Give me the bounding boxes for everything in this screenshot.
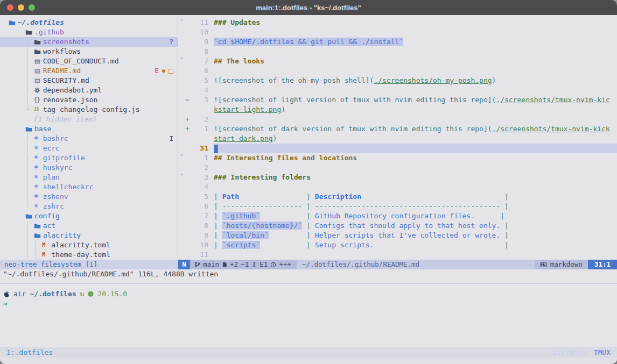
editor-line[interactable]: 5![screenshot of the oh-my-posh shell](.…: [178, 76, 617, 85]
editor-table-row-line[interactable]: 7| `.github` | GitHub Repository configu…: [178, 211, 617, 221]
markdown-file-icon: [34, 77, 43, 84]
tree-item-ecrc[interactable]: │ *ecrc: [0, 144, 178, 153]
tree-item-security[interactable]: │ SECURITY.md: [0, 76, 178, 85]
shell-pane[interactable]: air ~/.dotfiles ↻ 20.15.0 →: [0, 283, 617, 347]
dotfile-star-icon: *: [34, 134, 43, 144]
editor-line[interactable]: +1![screenshot of dark version of tmux w…: [178, 124, 617, 134]
tree-item-huskyrc[interactable]: │ *huskyrc: [0, 163, 178, 173]
folder-icon: [34, 39, 43, 46]
title-bar: main:1:.dotfiles - "ks~/.dotfiles": [0, 0, 617, 15]
cursor-position: 31:1: [588, 260, 617, 269]
fold-marker-icon[interactable]: ˇ: [178, 56, 185, 66]
tree-item-dotfiles-root[interactable]: ~/.dotfiles: [0, 18, 178, 27]
editor-line[interactable]: +2: [178, 115, 617, 124]
git-sync-icon: ↻: [80, 289, 85, 299]
toml-file-icon: M: [42, 250, 51, 260]
markdown-link[interactable]: ./screenshots/tmux-nvim-kick: [492, 125, 610, 133]
tmux-status-bar: 1:.dotfiles air/main TMUX: [0, 347, 617, 358]
tree-item-zshenv[interactable]: │ *zshenv: [0, 192, 178, 202]
folder-icon: [25, 29, 34, 36]
editor-wrapped-line[interactable]: kstart-light.png): [178, 105, 617, 115]
unsaved-dot-badge: ●: [162, 66, 165, 76]
tree-item-config-folder[interactable]: config: [0, 211, 178, 221]
tree-item-plan[interactable]: │ *plan: [0, 173, 178, 182]
editor-line[interactable]: ˇ7## The looks: [178, 56, 617, 66]
editor-line[interactable]: 11: [178, 250, 617, 260]
editor-line[interactable]: ˇ11### Updates: [178, 18, 617, 27]
tree-item-renovate[interactable]: │ {}renovate.json: [0, 95, 178, 105]
editor-line[interactable]: 4: [178, 182, 617, 192]
markdown-file-icon: [34, 68, 43, 75]
tree-item-github-folder[interactable]: .github: [0, 27, 178, 37]
fold-marker-icon[interactable]: ˇ: [178, 153, 185, 163]
tree-item-gitprofile[interactable]: │ *gitprofile: [0, 153, 178, 163]
git-modified-badge: [169, 69, 173, 74]
editor-line[interactable]: 8: [178, 47, 617, 56]
editor-table-row-line[interactable]: 10| `scripts` | Setup scripts. |: [178, 240, 617, 250]
tree-item-screenshots[interactable]: │ screenshots?: [0, 37, 178, 47]
tree-item-tag-changelog[interactable]: └ JStag-changelog-config.js: [0, 105, 178, 115]
filetype-indicator: markdown: [535, 260, 588, 269]
tree-item-act-folder[interactable]: │ act: [0, 221, 178, 231]
tree-item-code-of-conduct[interactable]: │ CODE_OF_CONDUCT.md: [0, 56, 178, 66]
minimize-button[interactable]: [18, 4, 24, 11]
tree-item-shellcheckrc[interactable]: │ *shellcheckrc: [0, 182, 178, 192]
editor-table-divider-line[interactable]: 6| ------------------- | ---------------…: [178, 202, 617, 211]
tree-item-dependabot[interactable]: │ dependabot.yml: [0, 85, 178, 95]
editor-pane: ˇ11### Updates 10 9`cd $HOME/.dotfiles &…: [178, 15, 617, 260]
fold-marker-icon[interactable]: ˇ: [178, 173, 185, 182]
toml-file-icon: M: [42, 240, 51, 250]
diagnostics-flask-icon: [251, 261, 257, 268]
editor-wrapped-line[interactable]: start-dark.png): [178, 134, 617, 144]
editor-line[interactable]: ~3![screenshot of light version of tmux …: [178, 95, 617, 105]
text-cursor: [214, 145, 218, 153]
folder-icon: [25, 126, 34, 133]
prompt-arrow-icon: →: [3, 299, 8, 309]
editor-table-row-line[interactable]: 8| `hosts/{hostname}/` | Configs that sh…: [178, 221, 617, 231]
vim-message-line: "~/.dotfiles/.github/README.md" 116L, 44…: [0, 269, 617, 279]
tree-item-alacritty-toml[interactable]: │ │ Malacritty.toml: [0, 240, 178, 250]
tmux-window-tab[interactable]: 1:.dotfiles: [6, 348, 53, 356]
markdown-link[interactable]: ./screenshots/oh-my-posh.png: [374, 76, 492, 84]
markdown-link[interactable]: start-dark.png: [214, 134, 273, 142]
tree-item-bashrc[interactable]: │ *bashrcI: [0, 134, 178, 144]
markdown-link[interactable]: ./screenshots/tmux-nvim-kic: [496, 96, 609, 104]
tree-item-workflows[interactable]: │ workflows: [0, 47, 178, 56]
current-directory: ~/.dotfiles: [30, 289, 76, 299]
editor-line[interactable]: ˇ1## Interesting files and locations: [178, 153, 617, 163]
maximize-button[interactable]: [29, 4, 35, 11]
tree-item-zshrc[interactable]: └ *zshrc: [0, 202, 178, 211]
editor-line[interactable]: 10: [178, 27, 617, 37]
close-button[interactable]: [7, 4, 13, 11]
markdown-icon: [540, 262, 547, 267]
git-untracked-badge: ?: [169, 37, 173, 47]
git-branch-icon: [194, 261, 200, 268]
editor-table-header-line[interactable]: 5| Path | Description |: [178, 192, 617, 202]
tree-item-readme[interactable]: │ README.mdE●: [0, 66, 178, 76]
editor-table-row-line[interactable]: 9| `local/bin` | Helper scripts that I'v…: [178, 231, 617, 240]
tree-item-alacritty-folder[interactable]: │ alacritty: [0, 231, 178, 240]
gear-icon: [34, 87, 43, 94]
editor-line[interactable]: 2: [178, 163, 617, 173]
cursor-marker: I: [169, 134, 173, 144]
tree-item-base-folder[interactable]: base: [0, 124, 178, 134]
editor-line[interactable]: 9`cd $HOME/.dotfiles && git pull && ./in…: [178, 37, 617, 47]
git-changed-sign: ~: [185, 95, 192, 105]
editor-line[interactable]: ˇ3### Interesting folders: [178, 173, 617, 182]
markdown-link[interactable]: kstart-light.png: [214, 105, 281, 113]
clock-icon: [270, 262, 276, 268]
editor-cursor-line[interactable]: 31: [178, 144, 617, 153]
fold-marker-icon[interactable]: ˇ: [178, 18, 185, 27]
editor-line[interactable]: 6: [178, 66, 617, 76]
vim-mode-indicator: N: [178, 260, 190, 269]
tree-item-theme-day-toml[interactable]: │ │ Mtheme-day.toml: [0, 250, 178, 260]
dotfile-star-icon: *: [34, 163, 43, 173]
editor-line[interactable]: 4: [178, 85, 617, 95]
folder-icon: [34, 232, 43, 239]
tmux-session-name: air/main: [552, 348, 586, 356]
shell-prompt: air ~/.dotfiles ↻ 20.15.0: [3, 289, 617, 299]
neo-tree-panel: ~/.dotfiles .github │ screenshots? │ wor…: [0, 15, 178, 260]
git-status-group: main+2~1E1+++: [190, 260, 297, 269]
js-file-icon: JS: [34, 105, 43, 115]
dotfile-star-icon: *: [34, 173, 43, 182]
